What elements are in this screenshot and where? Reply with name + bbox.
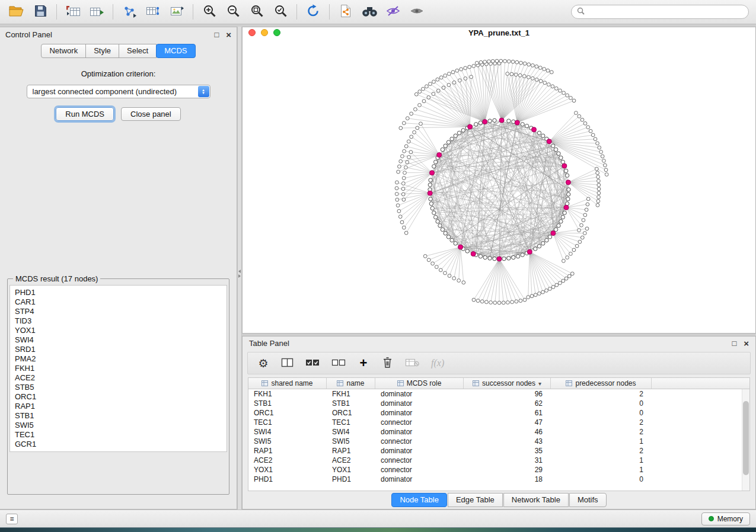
table-row[interactable]: ACE2ACE2connector311: [248, 456, 749, 465]
import-table-file-button[interactable]: [61, 2, 85, 22]
checked-boxes-icon: [305, 359, 320, 368]
table-row[interactable]: SWI4SWI4dominator462: [248, 427, 749, 437]
show-columns-button[interactable]: [281, 356, 294, 370]
mcds-result-item[interactable]: PHD1: [15, 288, 222, 297]
mcds-result-item[interactable]: SRD1: [15, 345, 222, 354]
table-row[interactable]: PHD1PHD1dominator180: [248, 475, 749, 484]
table-row[interactable]: TEC1TEC1connector472: [248, 418, 749, 427]
open-session-button[interactable]: [5, 2, 28, 22]
select-all-columns-button[interactable]: [305, 356, 320, 370]
table-row[interactable]: STB1STB1dominator620: [248, 399, 749, 408]
unselect-all-columns-button[interactable]: [331, 356, 346, 370]
float-table-panel-icon[interactable]: □: [732, 339, 736, 347]
find-network-button[interactable]: [358, 2, 381, 22]
tab-motifs[interactable]: Motifs: [569, 493, 607, 507]
mcds-result-item[interactable]: GCR1: [15, 440, 222, 449]
column-header-mcds-role[interactable]: MCDS role: [375, 378, 464, 389]
criterion-dropdown[interactable]: largest connected component (undirected)…: [27, 85, 210, 98]
scrollbar-thumb[interactable]: [743, 401, 749, 475]
close-window-icon[interactable]: [248, 29, 256, 36]
hide-selected-button[interactable]: [381, 2, 405, 22]
mcds-result-list[interactable]: PHD1CAR1STP4TID3YOX1SWI4SRD1PMA2FKH1ACE2…: [9, 285, 227, 452]
show-hidden-button[interactable]: [405, 2, 429, 22]
column-header-shared-name[interactable]: shared name: [248, 378, 327, 389]
float-panel-icon[interactable]: □: [214, 31, 219, 39]
quick-search-box[interactable]: [571, 5, 749, 19]
table-row[interactable]: ORC1ORC1dominator610: [248, 408, 749, 418]
column-sort-icon[interactable]: [566, 380, 572, 386]
mcds-result-item[interactable]: STB1: [15, 411, 222, 421]
mcds-result-item[interactable]: TEC1: [15, 430, 222, 440]
close-table-panel-icon[interactable]: ×: [744, 339, 749, 348]
column-sort-icon[interactable]: [337, 380, 343, 386]
mcds-result-item[interactable]: STB5: [15, 383, 222, 392]
tab-network[interactable]: Network: [41, 44, 86, 58]
mcds-result-item[interactable]: YOX1: [15, 326, 222, 335]
mcds-result-item[interactable]: ACE2: [15, 373, 222, 383]
column-filter-caret-icon[interactable]: ▾: [538, 380, 541, 387]
column-header-name[interactable]: name: [327, 378, 375, 389]
import-network-table-button[interactable]: [141, 2, 165, 22]
tab-style[interactable]: Style: [85, 44, 119, 58]
mcds-result-item[interactable]: STP4: [15, 307, 222, 316]
tab-select[interactable]: Select: [119, 44, 157, 58]
tab-node-table[interactable]: Node Table: [391, 493, 447, 507]
maximize-window-icon[interactable]: [273, 29, 280, 36]
table-row[interactable]: YOX1YOX1connector291: [248, 465, 749, 475]
binoculars-icon: [362, 5, 378, 19]
mcds-result-item[interactable]: ORC1: [15, 392, 222, 402]
column-sort-icon[interactable]: [261, 380, 268, 386]
network-titlebar[interactable]: YPA_prune.txt_1: [243, 27, 755, 39]
import-network-image-button[interactable]: [165, 2, 189, 22]
minimize-window-icon[interactable]: [261, 29, 268, 36]
close-panel-icon[interactable]: ×: [226, 30, 231, 39]
dropdown-stepper-icon[interactable]: ▲ ▼: [198, 86, 209, 97]
search-input[interactable]: [588, 8, 743, 16]
mcds-result-item[interactable]: SWI5: [15, 421, 222, 430]
mcds-result-item[interactable]: TID3: [15, 316, 222, 326]
share-document-button[interactable]: [334, 2, 358, 22]
mcds-result-item[interactable]: RAP1: [15, 402, 222, 411]
close-panel-button[interactable]: Close panel: [121, 107, 181, 121]
column-header-successor-nodes[interactable]: successor nodes▾: [464, 378, 551, 389]
table-row[interactable]: RAP1RAP1dominator352: [248, 446, 749, 456]
delete-columns-button[interactable]: [381, 356, 393, 370]
table-cell: 46: [464, 428, 551, 436]
save-session-button[interactable]: [28, 2, 52, 22]
column-label: successor nodes: [482, 379, 535, 387]
column-sort-icon[interactable]: [473, 380, 479, 386]
run-mcds-button[interactable]: Run MCDS: [56, 107, 114, 121]
column-sort-icon[interactable]: [397, 380, 404, 386]
mcds-result-item[interactable]: FKH1: [15, 364, 222, 373]
column-header-predecessor-nodes[interactable]: predecessor nodes: [551, 378, 652, 389]
table-cell: YOX1: [248, 466, 327, 474]
table-row[interactable]: SWI5SWI5connector431: [248, 437, 749, 446]
mcds-result-item[interactable]: PMA2: [15, 354, 222, 364]
panel-list-button[interactable]: ≡: [6, 514, 18, 524]
list-menu-icon: ≡: [9, 515, 14, 523]
tab-network-table[interactable]: Network Table: [503, 493, 569, 507]
mcds-result-item[interactable]: SWI4: [15, 335, 222, 345]
export-table-button[interactable]: [85, 2, 109, 22]
splitter-handle-icon[interactable]: [238, 270, 241, 278]
workspace: Control Panel □ × NetworkStyleSelectMCDS…: [0, 24, 756, 509]
table-vertical-scrollbar[interactable]: [742, 389, 749, 491]
network-canvas[interactable]: [243, 39, 755, 333]
table-settings-button[interactable]: ⚙: [257, 356, 269, 370]
tab-edge-table[interactable]: Edge Table: [448, 493, 503, 507]
table-row[interactable]: FKH1FKH1dominator962: [248, 389, 749, 399]
create-column-button[interactable]: +: [358, 356, 369, 370]
network-window: YPA_prune.txt_1: [242, 27, 756, 334]
import-network-file-button[interactable]: [117, 2, 141, 22]
mcds-result-item[interactable]: CAR1: [15, 297, 222, 307]
panel-splitter[interactable]: [237, 27, 242, 509]
zoom-in-button[interactable]: [197, 2, 221, 22]
table-cell: 2: [551, 418, 652, 427]
memory-button[interactable]: Memory: [701, 512, 750, 525]
refresh-view-button[interactable]: [301, 2, 325, 22]
zoom-selected-button[interactable]: [269, 2, 292, 22]
table-cell: 31: [464, 456, 551, 464]
zoom-fit-button[interactable]: [245, 2, 269, 22]
tab-mcds[interactable]: MCDS: [156, 44, 195, 58]
zoom-out-button[interactable]: [221, 2, 245, 22]
